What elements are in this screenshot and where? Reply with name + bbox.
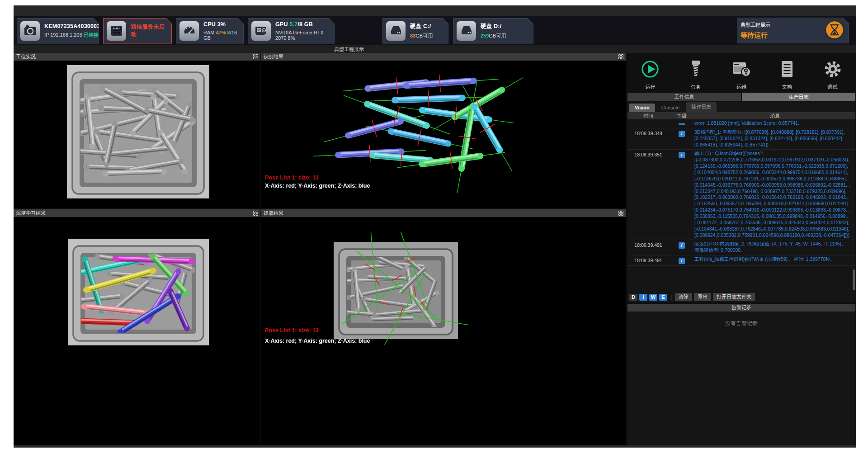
ethernet-icon <box>107 21 126 41</box>
nav-maintenance-label: 运维 <box>736 84 746 90</box>
axis-legend-label: X-Axis: red; Y-Axis: green; Z-Axis: blue <box>265 338 370 344</box>
alarm-empty-text: 没有告警记录 <box>627 311 855 445</box>
log-level-icon: i <box>669 241 694 254</box>
expand-view-icon[interactable] <box>618 211 624 216</box>
bottom-strip <box>14 445 856 448</box>
axis-legend-label: X-Axis: red; Y-Axis: green; Z-Axis: blue <box>265 183 370 189</box>
log-table-header: 时间 等级 消息 <box>627 112 855 119</box>
log-level-icon: i <box>669 151 694 238</box>
level-dash-icon <box>679 123 685 125</box>
log-scrollbar[interactable] <box>853 269 855 290</box>
expand-view-icon[interactable] <box>618 54 624 60</box>
project-title: 典型工程展示 <box>741 22 770 28</box>
panel-title-deep-learning: 深度学习结果 <box>16 210 46 217</box>
clear-log-button[interactable]: 清除 <box>675 293 692 301</box>
panel-recognition-result: 识别结果 Pose List 1: size: 13 X-Axis: red; … <box>261 53 626 208</box>
hdd-icon <box>457 21 476 41</box>
expand-view-icon[interactable] <box>253 54 259 60</box>
subtitle-bar: 典型工程展示 <box>14 45 856 53</box>
log-tab-console[interactable]: Console <box>656 104 685 112</box>
cpu-status-tile: CPU 3% RAM 47% 8/16 GB <box>176 18 244 44</box>
nav-run-label: 运行 <box>645 84 655 90</box>
log-row[interactable]: error: 1.881020 [mm], Validation Score: … <box>627 119 855 128</box>
log-time: 18:06:39.348 <box>627 129 669 148</box>
log-time: 18:06:39.351 <box>627 151 669 238</box>
log-level-icon <box>669 120 694 127</box>
nav-document[interactable]: 文档 <box>764 56 810 90</box>
nav-document-label: 文档 <box>782 84 792 90</box>
pose-list-label: Pose List 1: size: 13 <box>265 175 319 181</box>
panel-station-live: 工位实况 <box>14 53 260 208</box>
log-level-icon: i <box>669 256 694 264</box>
log-tab-operation[interactable]: 操作日志 <box>686 102 717 112</box>
panel-grasp-result: 抓取结果 Pose List 1: size: 13 X-Axis: red; … <box>261 209 626 445</box>
expand-view-icon[interactable] <box>253 211 259 216</box>
log-tab-vision[interactable]: Vision <box>629 104 655 112</box>
log-row[interactable]: 18:06:39.491 i 缩放2D ROI内的图像_2: ROI设定值: (… <box>627 240 855 255</box>
camera-connect-status: 已连接 <box>84 32 99 38</box>
disk-d-space: 259GB可用 <box>481 33 506 39</box>
alarm-record-header: 告警记录 <box>627 304 855 311</box>
run-play-icon <box>640 59 660 81</box>
ops-key-icon <box>731 59 752 81</box>
open-log-folder-button[interactable]: 打开日志文件夹 <box>713 293 755 301</box>
gpu-usage: GPU 5.7/8 GB <box>275 21 329 28</box>
title-bar <box>14 5 856 16</box>
export-log-button[interactable]: 导出 <box>694 293 711 301</box>
log-time: 18:06:39.491 <box>627 241 669 254</box>
log-filter-error[interactable]: E <box>659 294 667 301</box>
project-run-status: 等待运行 <box>741 31 770 40</box>
gpu-device: NVIDIA GeForce RTX 2070 8% <box>275 30 329 41</box>
log-level-icon: i <box>669 129 694 148</box>
disk-c-tile: 硬盘 C:/ 83GB可用 <box>382 18 448 44</box>
panel-deep-learning-result: 深度学习结果 <box>14 209 260 445</box>
tab-workpiece-info[interactable]: 工件信息 <box>627 93 741 101</box>
log-footer: D i W E | 清除 导出 打开日志文件夹 <box>627 292 855 302</box>
sidebar: 运行 任务 运维 文档 调试 <box>627 53 855 445</box>
log-row[interactable]: 18:06:39.348 i 3D精匹配_1: 匹配得分: ([0.877630… <box>627 128 855 150</box>
log-filter-debug[interactable]: D <box>629 294 637 301</box>
camera-serial: KEM07235A4030003 <box>44 23 100 29</box>
panel-title-grasp: 抓取结果 <box>264 210 283 217</box>
gpu-status-tile: GPU 5.7/8 GB NVIDIA GeForce RTX 2070 8% <box>248 18 335 44</box>
log-row[interactable]: 18:06:39.351 i 输出 (1) : QJsonObject({"po… <box>627 150 855 240</box>
camera-ip: IP 192.168.1.203 <box>44 32 82 38</box>
status-bar: KEM07235A4030003 IP 192.168.1.203 已连接 通信… <box>14 16 856 45</box>
log-col-message: 消息 <box>694 113 855 119</box>
speedometer-icon <box>179 21 199 41</box>
log-list: error: 1.881020 [mm], Validation Score: … <box>627 119 855 292</box>
nav-task[interactable]: 任务 <box>673 56 719 90</box>
log-message: 缩放2D ROI内的图像_2: ROI设定值: (X: 175, Y: 45, … <box>694 241 855 254</box>
log-filter-info[interactable]: i <box>639 294 647 301</box>
comm-service-tile[interactable]: 通信服务未启动 <box>103 18 172 44</box>
log-message: 输出 (1) : QJsonObject({"poses": [[-0.0873… <box>694 151 855 238</box>
ram-usage: RAM 47% 8/16 GB <box>203 30 238 41</box>
hourglass-icon <box>824 19 845 42</box>
log-filter-warning[interactable]: W <box>649 294 657 301</box>
log-time <box>627 120 669 127</box>
gear-icon <box>823 59 843 81</box>
subtitle-text: 典型工程展示 <box>334 46 364 53</box>
panel-title-recognition: 识别结果 <box>264 53 283 60</box>
nav-debug[interactable]: 调试 <box>810 56 855 90</box>
log-time: 18:06:39.491 <box>627 256 669 264</box>
nav-debug-label: 调试 <box>828 84 838 90</box>
info-level-icon: i <box>679 242 685 249</box>
gpu-card-icon <box>251 21 271 41</box>
document-icon <box>777 59 797 81</box>
tab-production-log[interactable]: 生产日志 <box>742 93 855 101</box>
hdd-icon <box>386 21 406 41</box>
pose-list-label: Pose List 1: size: 13 <box>265 327 319 334</box>
screw-icon <box>686 59 706 81</box>
nav-run[interactable]: 运行 <box>627 56 673 90</box>
camera-icon <box>20 21 40 41</box>
station-live-image <box>14 61 260 208</box>
disk-c-label: 硬盘 C:/ <box>410 23 433 30</box>
panel-title-station: 工位实况 <box>16 53 36 60</box>
nav-task-label: 任务 <box>691 84 701 90</box>
log-col-time: 时间 <box>627 113 669 119</box>
log-row[interactable]: 18:06:39.491 i 工程(Vis_轴棒工件识别)执行结束 (步骤数59… <box>627 255 855 266</box>
disk-c-space: 83GB可用 <box>410 33 433 39</box>
cpu-usage: CPU 3% <box>203 21 238 28</box>
nav-maintenance[interactable]: 运维 <box>719 56 764 90</box>
